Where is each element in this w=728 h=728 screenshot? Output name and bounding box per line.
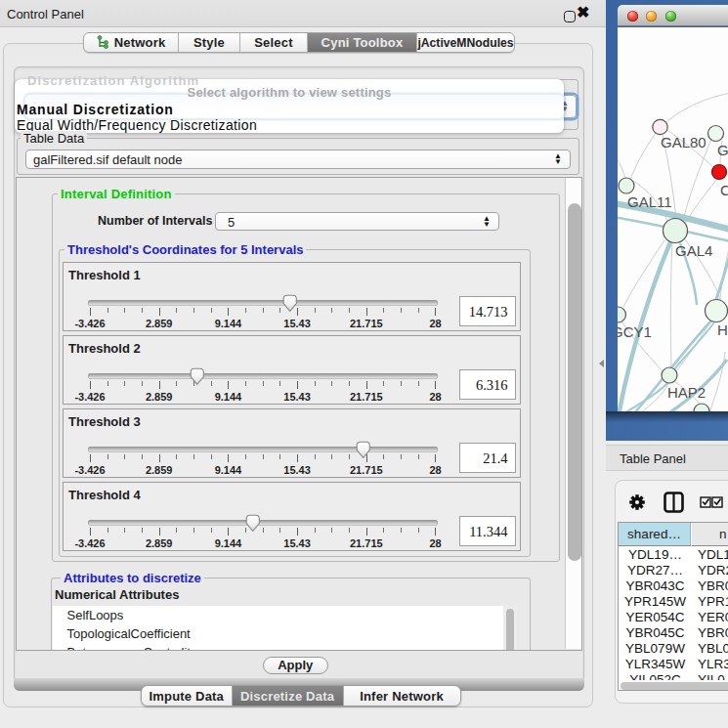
svg-text:H: H bbox=[717, 321, 728, 338]
svg-text:GAL11: GAL11 bbox=[627, 193, 672, 210]
svg-text:GAL80: GAL80 bbox=[661, 134, 707, 150]
svg-text:HAP2: HAP2 bbox=[667, 384, 706, 401]
svg-text:GAL4: GAL4 bbox=[675, 242, 712, 259]
svg-text:C: C bbox=[720, 182, 728, 198]
svg-text:G: G bbox=[717, 142, 728, 158]
svg-text:GCY1: GCY1 bbox=[618, 323, 652, 340]
